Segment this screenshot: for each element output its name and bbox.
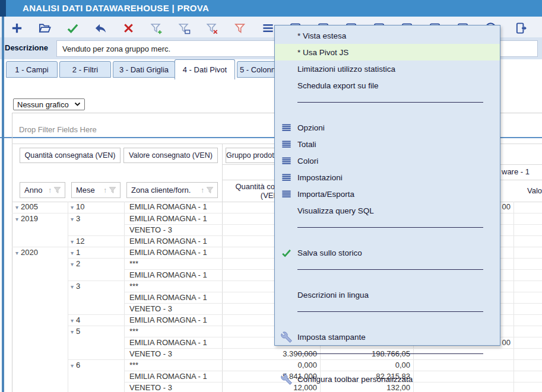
menu-item-impostazioni[interactable]: Impostazioni [275,169,500,186]
cell-mese [68,269,125,281]
collapse-icon[interactable]: ▾ [71,250,74,256]
data-field-button-1[interactable]: Quantità consegnata (VEN) [20,148,121,163]
menu-item-label: * Usa Pivot JS [297,48,348,57]
menu-item-label: Colori [297,157,318,165]
cell-c7 [514,314,542,326]
window-title: ANALISI DATI DATAWAREHOUSE | PROVA [23,0,209,17]
column-header-valore[interactable]: Valore consegnato (VEN) [514,180,542,202]
cell-mese[interactable]: ▾2 [68,258,125,269]
collapse-icon[interactable]: ▾ [71,216,74,222]
row-field-label: Zona cliente/forn. [131,186,191,195]
menu-item-usa-pivot-js[interactable]: * Usa Pivot JS [275,44,500,60]
cell-c7 [514,202,542,213]
cell-anno [12,281,68,292]
row-field-button-mese[interactable]: Mese↑ [71,182,121,198]
cell-mese[interactable]: ▾1 [68,247,125,258]
collapse-icon[interactable]: ▾ [71,317,74,324]
collapse-icon[interactable]: ▾ [15,204,18,211]
row-field-label: Anno [24,186,42,195]
sort-asc-icon[interactable]: ↑ [102,186,108,195]
cell-zona: EMILIA ROMAGNA - 1 [125,371,222,382]
cell-anno [12,269,68,281]
confirm-check-icon[interactable] [65,21,80,35]
cell-mese[interactable]: ▾3 [68,281,125,292]
menu-item-configura-toolbar-personalizzata[interactable]: Configura toolbar personalizzata [275,371,500,387]
filter-funnel-icon[interactable] [108,186,117,195]
cell-mese[interactable]: ▾10 [68,202,125,213]
cell-anno[interactable]: ▾2019 [12,213,68,224]
menu-item-totali[interactable]: Totali [275,136,500,152]
menu-item-opzioni[interactable]: Opzioni [275,119,500,136]
cell-anno [12,292,68,303]
filter-funnel-icon[interactable] [53,186,62,195]
filter-open-icon[interactable] [177,21,191,35]
collapse-icon[interactable]: ▾ [71,329,74,335]
cell-anno [12,371,68,382]
cell-zona: VENETO - 3 [125,382,222,392]
row-field-button-zona-cliente-forn-[interactable]: Zona cliente/forn.↑ [126,182,218,198]
sort-asc-icon[interactable]: ↑ [199,186,205,195]
open-folder-icon[interactable] [37,21,52,35]
collapse-icon[interactable]: ▾ [15,216,18,222]
collapse-icon[interactable]: ▾ [71,362,74,369]
cell-zona: EMILIA ROMAGNA - 1 [125,247,222,258]
filter-remove-icon[interactable] [205,21,219,35]
row-field-button-anno[interactable]: Anno↑ [20,182,65,198]
tab-4[interactable]: 4 - Dati Pivot [175,59,235,79]
menu-item-schedula-export-su-file[interactable]: Schedula export su file [275,77,500,94]
sort-asc-icon[interactable]: ↑ [47,186,53,195]
filter-drop-zone[interactable]: Drop Filter Fields Here [19,125,97,134]
menu-item-label: Totali [297,140,316,149]
filter-add-icon[interactable] [149,21,163,35]
chart-type-select[interactable]: Nessun grafico [13,98,85,110]
delete-x-icon[interactable] [121,21,135,35]
tab-1[interactable]: 1 - Campi [6,61,58,78]
cell-anno [12,348,68,359]
collapse-icon[interactable]: ▾ [71,204,74,211]
menu-item-importa-esporta[interactable]: Importa/Esporta [275,186,500,202]
collapse-icon[interactable]: ▾ [71,261,74,267]
menu-item-descrizioni-in-lingua[interactable]: Descrizioni in lingua [275,286,500,303]
cell-mese[interactable]: ▾6 [68,359,125,371]
description-label: Descrizione [5,43,48,52]
cell-mese[interactable]: ▾4 [68,314,125,326]
menu-item-label: Salva sullo storico [297,248,362,257]
cell-mese[interactable]: ▾3 [68,213,125,224]
menu-item-label: Imposta stampante [297,333,366,342]
check-icon [275,247,297,259]
bars4-icon [275,172,297,183]
cell-mese[interactable]: ▾5 [68,326,125,337]
menu-item-limitazioni-utilizzo-statistica[interactable]: Limitazioni utilizzo statistica [275,60,500,77]
collapse-icon[interactable]: ▾ [71,238,74,245]
title-bar: ANALISI DATI DATAWAREHOUSE | PROVA [0,0,542,17]
new-icon[interactable] [9,21,24,35]
filter-active-icon[interactable] [233,21,247,35]
data-field-button-2[interactable]: Valore consegnato (VEN) [123,148,218,163]
menu-item-salva-sullo-storico[interactable]: Salva sullo storico [275,244,500,261]
exit-icon[interactable] [514,21,528,35]
cell-zona: EMILIA ROMAGNA - 1 [125,213,222,224]
cell-anno [12,258,68,269]
collapse-icon[interactable]: ▾ [15,250,18,256]
cell-zona: VENETO - 3 [125,224,222,235]
cell-anno[interactable]: ▾2020 [12,247,68,258]
cell-mese[interactable]: ▾12 [68,235,125,247]
cell-anno[interactable]: ▾2005 [12,202,68,213]
menu-separator [275,102,500,119]
cell-mese [68,348,125,359]
menu-item-label: Configura toolbar personalizzata [297,375,413,384]
cell-zona: *** [125,281,222,292]
collapse-icon[interactable]: ▾ [71,283,74,290]
menu-item-label: Impostazioni [297,173,343,182]
filter-funnel-icon[interactable] [205,186,214,195]
menu-item-colori[interactable]: Colori [275,152,500,169]
menu-hamburger-icon[interactable] [261,21,275,35]
tab-2[interactable]: 2 - Filtri [59,61,111,78]
cell-mese [68,382,125,392]
menu-item-visualizza-query-sql[interactable]: Visualizza query SQL [275,202,500,219]
menu-item-vista-estesa[interactable]: * Vista estesa [275,27,500,44]
undo-arrow-icon[interactable] [93,21,107,35]
tab-3[interactable]: 3 - Dati Griglia [113,61,175,78]
wrench-icon [275,374,297,385]
menu-item-imposta-stampante[interactable]: Imposta stampante [275,329,500,345]
